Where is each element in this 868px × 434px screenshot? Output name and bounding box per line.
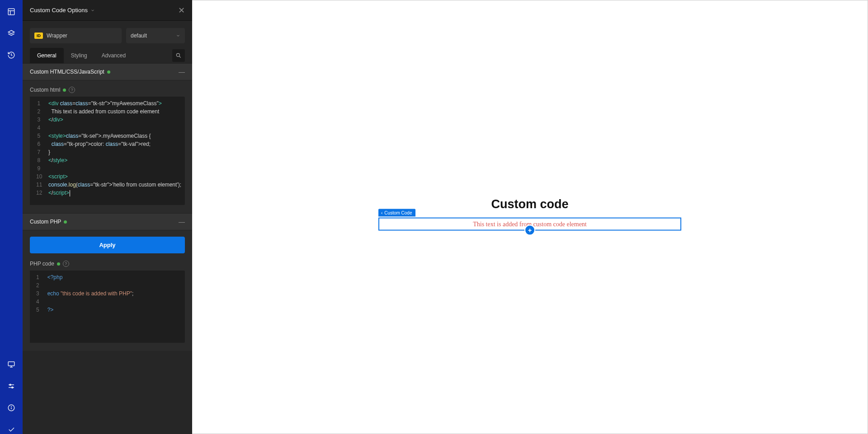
id-value: Wrapper <box>47 33 67 39</box>
active-indicator-icon <box>64 220 67 224</box>
section-custom-html-header[interactable]: Custom HTML/CSS/JavaScript — <box>23 63 192 80</box>
collapse-icon[interactable]: — <box>179 218 185 225</box>
code-content[interactable]: <?php echo "this code is added with PHP"… <box>44 271 185 343</box>
svg-marker-3 <box>8 30 14 34</box>
sliders-icon[interactable] <box>7 382 16 391</box>
chevron-down-icon <box>176 33 180 38</box>
info-icon[interactable] <box>7 403 16 412</box>
section-title: Custom HTML/CSS/JavaScript <box>30 69 104 75</box>
custom-html-editor[interactable]: 123456789101112 <div class=class="tk-str… <box>30 97 185 205</box>
php-code-editor[interactable]: 12345 <?php echo "this code is added wit… <box>30 271 185 343</box>
code-content[interactable]: <div class=class="tk-str">"myAwesomeClas… <box>45 97 185 205</box>
php-code-label: PHP code ? <box>30 261 185 267</box>
options-panel: Custom Code Options ✕ ID Wrapper default… <box>23 0 192 434</box>
tab-advanced[interactable]: Advanced <box>94 48 133 63</box>
svg-point-14 <box>176 53 179 56</box>
active-indicator-icon <box>63 89 66 92</box>
canvas[interactable]: Custom code ‹ Custom Code This text is a… <box>192 0 868 434</box>
apply-button[interactable]: Apply <box>30 237 185 253</box>
help-icon[interactable]: ? <box>63 261 69 267</box>
section-custom-php-header[interactable]: Custom PHP — <box>23 213 192 230</box>
tab-styling[interactable]: Styling <box>64 48 94 63</box>
history-icon[interactable] <box>7 51 16 60</box>
panel-header: Custom Code Options ✕ <box>23 0 192 21</box>
section-custom-html-body: Custom html ? 123456789101112 <div class… <box>23 80 192 213</box>
svg-point-10 <box>12 387 13 388</box>
selection-label[interactable]: ‹ Custom Code <box>378 209 415 216</box>
svg-rect-4 <box>8 362 14 366</box>
panel-title[interactable]: Custom Code Options <box>30 7 95 14</box>
svg-point-9 <box>9 384 11 386</box>
layers-icon[interactable] <box>7 29 16 38</box>
svg-rect-0 <box>8 9 14 15</box>
tab-general[interactable]: General <box>30 48 64 63</box>
collapse-icon[interactable]: — <box>179 68 185 75</box>
help-icon[interactable]: ? <box>69 87 75 93</box>
id-badge: ID <box>34 33 43 39</box>
section-custom-php-body: Apply PHP code ? 12345 <?php echo "this … <box>23 230 192 351</box>
line-gutter: 123456789101112 <box>30 97 45 205</box>
preset-value: default <box>131 33 147 39</box>
section-title: Custom PHP <box>30 219 61 225</box>
left-rail <box>0 0 23 434</box>
check-icon[interactable] <box>7 425 16 434</box>
chevron-left-icon: ‹ <box>381 210 382 215</box>
tabs: General Styling Advanced <box>23 48 192 63</box>
custom-html-label: Custom html ? <box>30 87 185 93</box>
desktop-icon[interactable] <box>7 360 16 369</box>
line-gutter: 12345 <box>30 271 44 343</box>
close-icon[interactable]: ✕ <box>178 5 185 15</box>
selected-element[interactable]: ‹ Custom Code This text is added from cu… <box>378 217 681 230</box>
preset-select[interactable]: default <box>126 28 185 43</box>
add-element-button[interactable]: + <box>525 225 534 234</box>
svg-point-13 <box>11 406 12 407</box>
active-indicator-icon <box>107 70 110 74</box>
panel-title-text: Custom Code Options <box>30 7 88 14</box>
active-indicator-icon <box>57 262 60 266</box>
element-id-chip[interactable]: ID Wrapper <box>30 28 122 43</box>
chevron-down-icon <box>90 8 95 13</box>
svg-line-15 <box>179 56 181 58</box>
search-icon[interactable] <box>172 49 185 62</box>
panel-icon[interactable] <box>7 7 16 16</box>
page-title: Custom code <box>378 197 681 211</box>
